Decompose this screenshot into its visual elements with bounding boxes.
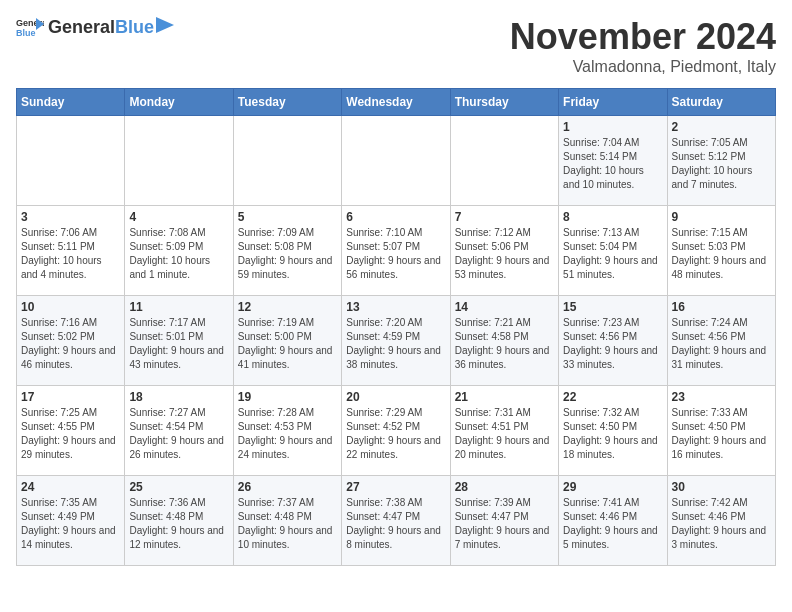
day-info: Sunrise: 7:21 AM Sunset: 4:58 PM Dayligh… — [455, 316, 554, 372]
logo: General Blue General Blue — [16, 16, 174, 38]
day-number: 30 — [672, 480, 771, 494]
day-info: Sunrise: 7:39 AM Sunset: 4:47 PM Dayligh… — [455, 496, 554, 552]
day-info: Sunrise: 7:38 AM Sunset: 4:47 PM Dayligh… — [346, 496, 445, 552]
day-info: Sunrise: 7:24 AM Sunset: 4:56 PM Dayligh… — [672, 316, 771, 372]
day-number: 21 — [455, 390, 554, 404]
calendar-cell: 11Sunrise: 7:17 AM Sunset: 5:01 PM Dayli… — [125, 296, 233, 386]
day-info: Sunrise: 7:05 AM Sunset: 5:12 PM Dayligh… — [672, 136, 771, 192]
day-info: Sunrise: 7:09 AM Sunset: 5:08 PM Dayligh… — [238, 226, 337, 282]
header-day-saturday: Saturday — [667, 89, 775, 116]
header-day-friday: Friday — [559, 89, 667, 116]
day-number: 3 — [21, 210, 120, 224]
calendar-cell: 20Sunrise: 7:29 AM Sunset: 4:52 PM Dayli… — [342, 386, 450, 476]
week-row-2: 3Sunrise: 7:06 AM Sunset: 5:11 PM Daylig… — [17, 206, 776, 296]
day-number: 10 — [21, 300, 120, 314]
logo-text-general: General — [48, 17, 115, 38]
calendar-cell: 19Sunrise: 7:28 AM Sunset: 4:53 PM Dayli… — [233, 386, 341, 476]
calendar-cell: 28Sunrise: 7:39 AM Sunset: 4:47 PM Dayli… — [450, 476, 558, 566]
day-info: Sunrise: 7:32 AM Sunset: 4:50 PM Dayligh… — [563, 406, 662, 462]
day-info: Sunrise: 7:13 AM Sunset: 5:04 PM Dayligh… — [563, 226, 662, 282]
calendar-cell: 25Sunrise: 7:36 AM Sunset: 4:48 PM Dayli… — [125, 476, 233, 566]
calendar-cell — [125, 116, 233, 206]
calendar-cell: 18Sunrise: 7:27 AM Sunset: 4:54 PM Dayli… — [125, 386, 233, 476]
calendar-cell — [450, 116, 558, 206]
day-info: Sunrise: 7:19 AM Sunset: 5:00 PM Dayligh… — [238, 316, 337, 372]
day-number: 12 — [238, 300, 337, 314]
calendar-cell — [233, 116, 341, 206]
svg-text:Blue: Blue — [16, 28, 36, 38]
month-title: November 2024 — [510, 16, 776, 58]
day-info: Sunrise: 7:10 AM Sunset: 5:07 PM Dayligh… — [346, 226, 445, 282]
day-info: Sunrise: 7:29 AM Sunset: 4:52 PM Dayligh… — [346, 406, 445, 462]
calendar-cell: 5Sunrise: 7:09 AM Sunset: 5:08 PM Daylig… — [233, 206, 341, 296]
svg-marker-3 — [156, 17, 174, 33]
day-info: Sunrise: 7:08 AM Sunset: 5:09 PM Dayligh… — [129, 226, 228, 282]
calendar-cell: 8Sunrise: 7:13 AM Sunset: 5:04 PM Daylig… — [559, 206, 667, 296]
calendar-cell: 30Sunrise: 7:42 AM Sunset: 4:46 PM Dayli… — [667, 476, 775, 566]
calendar-table: SundayMondayTuesdayWednesdayThursdayFrid… — [16, 88, 776, 566]
day-number: 23 — [672, 390, 771, 404]
day-info: Sunrise: 7:16 AM Sunset: 5:02 PM Dayligh… — [21, 316, 120, 372]
calendar-body: 1Sunrise: 7:04 AM Sunset: 5:14 PM Daylig… — [17, 116, 776, 566]
week-row-1: 1Sunrise: 7:04 AM Sunset: 5:14 PM Daylig… — [17, 116, 776, 206]
day-number: 14 — [455, 300, 554, 314]
day-info: Sunrise: 7:31 AM Sunset: 4:51 PM Dayligh… — [455, 406, 554, 462]
header-day-wednesday: Wednesday — [342, 89, 450, 116]
calendar-cell: 6Sunrise: 7:10 AM Sunset: 5:07 PM Daylig… — [342, 206, 450, 296]
day-info: Sunrise: 7:35 AM Sunset: 4:49 PM Dayligh… — [21, 496, 120, 552]
day-number: 19 — [238, 390, 337, 404]
day-info: Sunrise: 7:15 AM Sunset: 5:03 PM Dayligh… — [672, 226, 771, 282]
day-number: 8 — [563, 210, 662, 224]
logo-arrow-icon — [156, 17, 174, 33]
day-number: 9 — [672, 210, 771, 224]
day-info: Sunrise: 7:41 AM Sunset: 4:46 PM Dayligh… — [563, 496, 662, 552]
logo-text-blue: Blue — [115, 17, 154, 38]
day-number: 5 — [238, 210, 337, 224]
header-day-thursday: Thursday — [450, 89, 558, 116]
day-number: 27 — [346, 480, 445, 494]
calendar-cell: 17Sunrise: 7:25 AM Sunset: 4:55 PM Dayli… — [17, 386, 125, 476]
calendar-cell: 12Sunrise: 7:19 AM Sunset: 5:00 PM Dayli… — [233, 296, 341, 386]
calendar-cell: 13Sunrise: 7:20 AM Sunset: 4:59 PM Dayli… — [342, 296, 450, 386]
calendar-cell: 2Sunrise: 7:05 AM Sunset: 5:12 PM Daylig… — [667, 116, 775, 206]
calendar-cell: 24Sunrise: 7:35 AM Sunset: 4:49 PM Dayli… — [17, 476, 125, 566]
day-info: Sunrise: 7:42 AM Sunset: 4:46 PM Dayligh… — [672, 496, 771, 552]
day-number: 17 — [21, 390, 120, 404]
logo-icon: General Blue — [16, 16, 44, 38]
day-number: 15 — [563, 300, 662, 314]
day-number: 22 — [563, 390, 662, 404]
header-day-sunday: Sunday — [17, 89, 125, 116]
calendar-cell: 4Sunrise: 7:08 AM Sunset: 5:09 PM Daylig… — [125, 206, 233, 296]
calendar-cell: 16Sunrise: 7:24 AM Sunset: 4:56 PM Dayli… — [667, 296, 775, 386]
calendar-cell: 9Sunrise: 7:15 AM Sunset: 5:03 PM Daylig… — [667, 206, 775, 296]
week-row-4: 17Sunrise: 7:25 AM Sunset: 4:55 PM Dayli… — [17, 386, 776, 476]
day-number: 2 — [672, 120, 771, 134]
day-info: Sunrise: 7:33 AM Sunset: 4:50 PM Dayligh… — [672, 406, 771, 462]
day-number: 25 — [129, 480, 228, 494]
day-info: Sunrise: 7:36 AM Sunset: 4:48 PM Dayligh… — [129, 496, 228, 552]
day-info: Sunrise: 7:12 AM Sunset: 5:06 PM Dayligh… — [455, 226, 554, 282]
day-number: 16 — [672, 300, 771, 314]
day-number: 1 — [563, 120, 662, 134]
calendar-cell: 27Sunrise: 7:38 AM Sunset: 4:47 PM Dayli… — [342, 476, 450, 566]
day-number: 6 — [346, 210, 445, 224]
week-row-5: 24Sunrise: 7:35 AM Sunset: 4:49 PM Dayli… — [17, 476, 776, 566]
calendar-cell: 1Sunrise: 7:04 AM Sunset: 5:14 PM Daylig… — [559, 116, 667, 206]
calendar-cell: 21Sunrise: 7:31 AM Sunset: 4:51 PM Dayli… — [450, 386, 558, 476]
day-number: 24 — [21, 480, 120, 494]
calendar-header: SundayMondayTuesdayWednesdayThursdayFrid… — [17, 89, 776, 116]
day-number: 29 — [563, 480, 662, 494]
day-number: 18 — [129, 390, 228, 404]
header: General Blue General Blue November 2024 … — [16, 16, 776, 76]
calendar-cell: 7Sunrise: 7:12 AM Sunset: 5:06 PM Daylig… — [450, 206, 558, 296]
location-title: Valmadonna, Piedmont, Italy — [510, 58, 776, 76]
day-info: Sunrise: 7:20 AM Sunset: 4:59 PM Dayligh… — [346, 316, 445, 372]
day-number: 20 — [346, 390, 445, 404]
day-number: 11 — [129, 300, 228, 314]
day-info: Sunrise: 7:25 AM Sunset: 4:55 PM Dayligh… — [21, 406, 120, 462]
calendar-cell: 23Sunrise: 7:33 AM Sunset: 4:50 PM Dayli… — [667, 386, 775, 476]
day-number: 13 — [346, 300, 445, 314]
calendar-cell: 14Sunrise: 7:21 AM Sunset: 4:58 PM Dayli… — [450, 296, 558, 386]
header-day-tuesday: Tuesday — [233, 89, 341, 116]
calendar-cell: 22Sunrise: 7:32 AM Sunset: 4:50 PM Dayli… — [559, 386, 667, 476]
